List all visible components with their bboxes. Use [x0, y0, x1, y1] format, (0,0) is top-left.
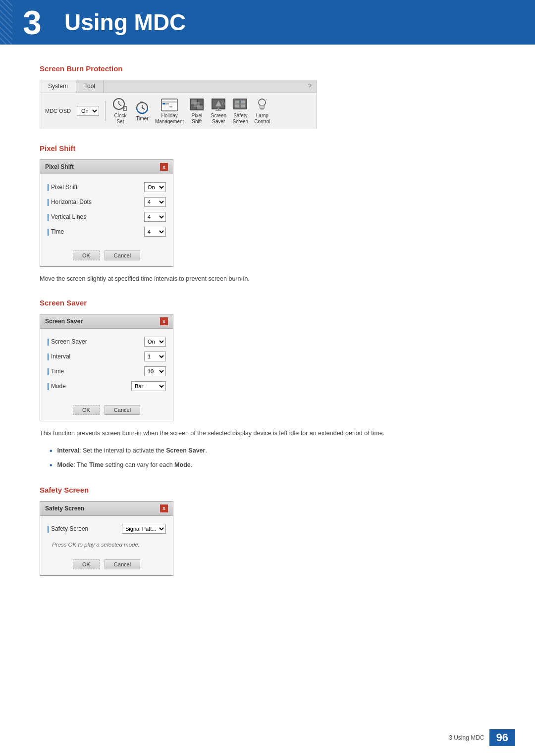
pixel-shift-row-1: Pixel Shift OnOff: [47, 182, 166, 192]
help-icon[interactable]: ?: [303, 80, 317, 93]
screen-saver-dialog-footer: OK Cancel: [40, 401, 173, 421]
svg-line-42: [266, 99, 267, 100]
screen-saver-field-label-2: Interval: [47, 353, 70, 360]
toolbar-icon-holiday[interactable]: HolidayManagement: [155, 97, 184, 125]
pixel-shift-field-label-3: Vertical Lines: [47, 213, 86, 221]
timer-label: Timer: [136, 116, 148, 122]
pixel-shift-select-3[interactable]: 421: [144, 212, 166, 222]
pixel-shift-close-button[interactable]: x: [160, 163, 168, 171]
footer-page-number: 96: [489, 729, 515, 746]
screen-saver-ok-button[interactable]: OK: [73, 405, 100, 415]
pixel-shift-dialog-title: Pixel Shift: [45, 163, 74, 170]
svg-rect-18: [169, 106, 172, 107]
pixel-shift-select-1[interactable]: OnOff: [144, 182, 166, 192]
timer-icon: [133, 100, 151, 115]
safety-screen-label: SafetyScreen: [232, 113, 248, 125]
time-bold: Time: [89, 461, 104, 468]
chapter-number: 3: [10, 5, 54, 39]
pixel-shift-control-2: 421: [144, 197, 166, 207]
screen-saver-field-label-1: Screen Saver: [47, 338, 87, 346]
screen-saver-icon: [210, 97, 227, 112]
page-footer: 3 Using MDC 96: [449, 729, 515, 746]
screen-saver-bullet-list: • Interval: Set the interval to activate…: [50, 446, 495, 471]
svg-rect-36: [241, 104, 245, 107]
pixel-shift-title-bar: Pixel Shift x: [40, 160, 173, 174]
pixel-shift-field-label-2: Horizontal Dots: [47, 198, 92, 206]
safety-screen-control-1: Signal Patt...ScrollPixel: [122, 524, 166, 534]
screen-saver-svg: [211, 98, 226, 111]
toolbar-icon-clock-set[interactable]: ClockSet: [111, 97, 129, 125]
toolbar-icon-timer[interactable]: Timer: [133, 100, 151, 122]
mdc-osd-label: MDC OSD: [45, 108, 71, 114]
svg-rect-16: [162, 103, 165, 104]
pixel-shift-select-2[interactable]: 421: [144, 197, 166, 207]
svg-rect-17: [166, 103, 169, 104]
svg-line-2: [119, 104, 121, 106]
footer-text: 3 Using MDC: [449, 734, 484, 741]
toolbar-icon-lamp-control[interactable]: LampControl: [253, 97, 271, 125]
pixel-shift-control-3: 421: [144, 212, 166, 222]
clock-set-icon: [111, 97, 129, 112]
lamp-control-icon: [253, 97, 271, 112]
section-heading-burn: Screen Burn Protection: [40, 64, 495, 73]
mdc-osd-dropdown[interactable]: On Off: [77, 106, 99, 116]
screen-saver-control-4: BarPixelAll White: [131, 381, 166, 391]
screen-saver-select-4[interactable]: BarPixelAll White: [131, 381, 166, 391]
pixel-shift-row-4: Time 421: [47, 227, 166, 237]
pixel-shift-row-2: Horizontal Dots 421: [47, 197, 166, 207]
pixel-shift-row-3: Vertical Lines 421: [47, 212, 166, 222]
svg-rect-24: [194, 102, 200, 107]
screen-saver-select-1[interactable]: OnOff: [144, 337, 166, 347]
pixel-shift-field-label-1: Pixel Shift: [47, 183, 77, 191]
pixel-shift-dialog-footer: OK Cancel: [40, 247, 173, 266]
pixel-shift-control-1: OnOff: [144, 182, 166, 192]
screen-saver-bold: Screen Saver: [166, 447, 205, 454]
pixel-svg: [189, 98, 205, 111]
pixel-shift-cancel-button[interactable]: Cancel: [105, 251, 140, 260]
safety-screen-field-label-1: Safety Screen: [47, 525, 88, 533]
svg-rect-34: [241, 101, 245, 103]
pixel-shift-control-4: 421: [144, 227, 166, 237]
pixel-shift-dialog: Pixel Shift x Pixel Shift OnOff Horizont…: [40, 159, 173, 267]
screen-saver-select-2[interactable]: 125: [144, 352, 166, 361]
toolbar-icon-safety-screen[interactable]: SafetyScreen: [231, 97, 249, 125]
mode-bold: Mode: [57, 461, 74, 468]
screen-saver-select-3[interactable]: 102030: [144, 366, 166, 376]
svg-point-28: [217, 107, 219, 109]
screen-saver-cancel-button[interactable]: Cancel: [105, 405, 140, 415]
safety-screen-row-1: Safety Screen Signal Patt...ScrollPixel: [47, 524, 166, 534]
toolbar-icon-screen-saver[interactable]: ScreenSaver: [210, 97, 227, 125]
screen-saver-row-4: Mode BarPixelAll White: [47, 381, 166, 391]
toolbar-icon-pixel-shift[interactable]: PixelShift: [188, 97, 206, 125]
screen-saver-dialog-title: Screen Saver: [45, 318, 83, 325]
safety-screen-close-button[interactable]: x: [160, 504, 168, 512]
clock-set-label: ClockSet: [114, 113, 126, 125]
interval-bold: Interval: [57, 447, 79, 454]
tab-tool[interactable]: Tool: [76, 80, 104, 93]
section-heading-screen-saver: Screen Saver: [40, 299, 495, 307]
safety-screen-ok-button[interactable]: OK: [73, 559, 100, 569]
screen-saver-dialog: Screen Saver x Screen Saver OnOff Interv…: [40, 314, 173, 421]
pixel-shift-select-4[interactable]: 421: [144, 227, 166, 237]
tab-system[interactable]: System: [40, 80, 76, 93]
svg-point-37: [259, 99, 266, 106]
holiday-icon: [160, 97, 178, 112]
toolbar-container: System Tool ? MDC OSD On Off: [40, 80, 317, 129]
screen-saver-row-3: Time 102030: [47, 366, 166, 376]
screen-saver-row-1: Screen Saver OnOff: [47, 337, 166, 347]
screen-saver-control-2: 125: [144, 352, 166, 361]
safety-screen-dialog-footer: OK Cancel: [40, 555, 173, 575]
safety-screen-select-1[interactable]: Signal Patt...ScrollPixel: [122, 524, 166, 534]
screen-saver-close-button[interactable]: x: [160, 317, 168, 325]
pixel-shift-ok-button[interactable]: OK: [73, 251, 100, 260]
bullet-dot-1: •: [50, 446, 53, 456]
safety-screen-cancel-button[interactable]: Cancel: [105, 559, 140, 569]
page-header: 3 Using MDC: [0, 0, 535, 45]
svg-rect-33: [235, 101, 239, 103]
clock-svg: [112, 98, 128, 111]
bullet-text-interval: Interval: Set the interval to activate t…: [57, 446, 207, 455]
pixel-shift-description: Move the screen slightly at specified ti…: [40, 274, 495, 284]
lamp-svg: [255, 98, 269, 111]
mode-bold-2: Mode: [174, 461, 191, 468]
safety-screen-dialog-body: Safety Screen Signal Patt...ScrollPixel …: [40, 516, 173, 555]
